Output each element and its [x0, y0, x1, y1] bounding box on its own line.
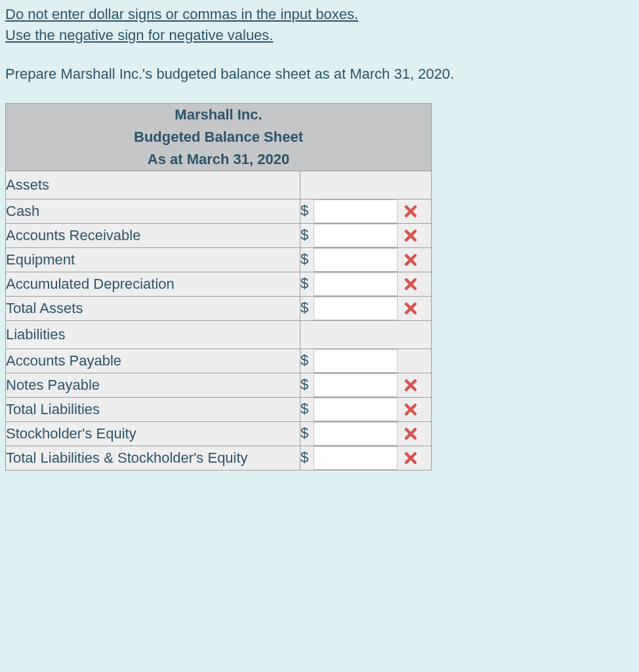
currency-symbol: $ [300, 228, 308, 242]
instruction-line-1: Do not enter dollar signs or commas in t… [5, 6, 358, 22]
currency-symbol: $ [300, 402, 308, 416]
input-accounts-payable[interactable] [314, 349, 398, 373]
label-total-liabilities-equity: Total Liabilities & Stockholder's Equity [6, 446, 300, 470]
empty-cell [300, 171, 432, 199]
currency-symbol: $ [300, 252, 308, 266]
empty-cell [300, 320, 432, 348]
label-accumulated-depreciation: Accumulated Depreciation [6, 272, 300, 296]
currency-symbol: $ [300, 377, 308, 392]
row-total-assets: Total Assets $ [6, 296, 432, 320]
input-accumulated-depreciation[interactable] [314, 272, 398, 296]
label-total-liabilities: Total Liabilities [6, 397, 300, 421]
row-accounts-receivable: Accounts Receivable $ [6, 223, 432, 247]
label-cash: Cash [6, 199, 300, 223]
as-at-date: As at March 31, 2020 [6, 148, 431, 171]
incorrect-icon [405, 303, 417, 314]
section-heading-liabilities: Liabilities [6, 320, 300, 348]
input-total-liabilities-equity[interactable] [314, 446, 398, 470]
incorrect-icon [405, 254, 417, 266]
row-equipment: Equipment $ [6, 247, 432, 272]
row-stockholders-equity: Stockholder's Equity $ [6, 421, 432, 446]
incorrect-icon [405, 205, 417, 217]
input-stockholders-equity[interactable] [314, 422, 398, 446]
section-row-liabilities: Liabilities [6, 320, 432, 348]
row-notes-payable: Notes Payable $ [6, 373, 432, 397]
row-cash: Cash $ [6, 199, 432, 223]
input-accounts-receivable[interactable] [314, 224, 398, 247]
input-total-assets[interactable] [314, 297, 398, 320]
instructions-block: Do not enter dollar signs or commas in t… [5, 4, 634, 46]
incorrect-icon [405, 452, 417, 464]
prompt-text: Prepare Marshall Inc.'s budgeted balance… [5, 64, 634, 85]
row-accumulated-depreciation: Accumulated Depreciation $ [6, 272, 432, 296]
incorrect-icon [405, 428, 417, 440]
currency-symbol: $ [300, 450, 308, 465]
incorrect-icon [405, 404, 417, 415]
label-accounts-payable: Accounts Payable [6, 348, 300, 373]
input-equipment[interactable] [314, 248, 398, 272]
section-heading-assets: Assets [6, 171, 300, 199]
input-total-liabilities[interactable] [314, 398, 398, 421]
input-notes-payable[interactable] [314, 373, 398, 397]
balance-sheet-table: Marshall Inc. Budgeted Balance Sheet As … [5, 103, 432, 471]
currency-symbol: $ [300, 276, 308, 291]
row-total-liabilities: Total Liabilities $ [6, 397, 432, 421]
incorrect-icon [405, 379, 417, 391]
section-row-assets: Assets [6, 171, 432, 199]
currency-symbol: $ [300, 301, 308, 315]
incorrect-icon [405, 230, 417, 242]
currency-symbol: $ [300, 426, 308, 440]
label-accounts-receivable: Accounts Receivable [6, 223, 300, 247]
currency-symbol: $ [300, 203, 308, 218]
report-name: Budgeted Balance Sheet [6, 126, 431, 148]
label-stockholders-equity: Stockholder's Equity [6, 421, 300, 446]
row-total-liabilities-equity: Total Liabilities & Stockholder's Equity… [6, 446, 432, 470]
label-equipment: Equipment [6, 247, 300, 272]
table-title-cell: Marshall Inc. Budgeted Balance Sheet As … [6, 103, 432, 171]
company-name: Marshall Inc. [6, 104, 431, 126]
currency-symbol: $ [300, 353, 308, 368]
label-notes-payable: Notes Payable [6, 373, 300, 397]
row-accounts-payable: Accounts Payable $ [6, 348, 432, 373]
input-cash[interactable] [314, 200, 398, 223]
incorrect-icon [405, 278, 417, 290]
label-total-assets: Total Assets [6, 296, 300, 320]
instruction-line-2: Use the negative sign for negative value… [5, 27, 273, 43]
